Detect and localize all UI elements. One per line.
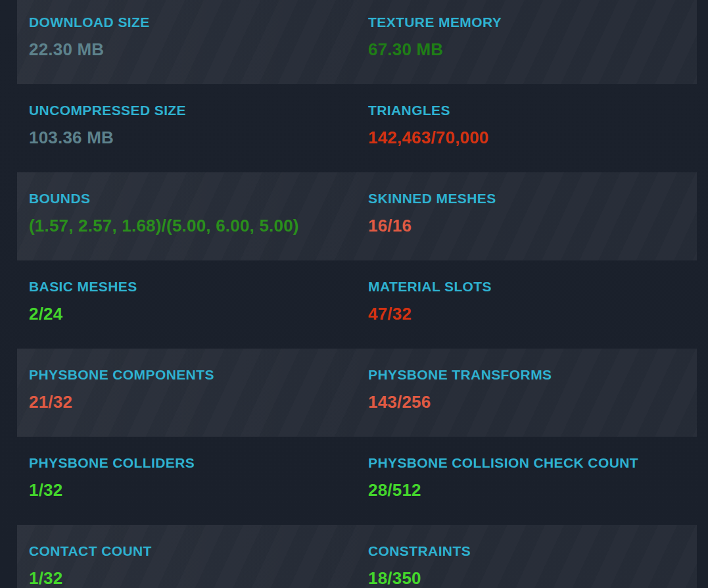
- stat-value: 28/512: [368, 480, 697, 501]
- stat-cell-bounds: BOUNDS (1.57, 2.57, 1.68)/(5.00, 6.00, 5…: [29, 190, 368, 260]
- stat-cell-contact-count: CONTACT COUNT 1/32: [29, 543, 368, 588]
- stat-value: 67.30 MB: [368, 39, 697, 60]
- stat-value: 103.36 MB: [29, 128, 368, 148]
- stat-row-basic-material[interactable]: BASIC MESHES 2/24 MATERIAL SLOTS 47/32: [17, 260, 697, 349]
- stat-row-contact-constraints[interactable]: CONTACT COUNT 1/32 CONSTRAINTS 18/350: [17, 525, 697, 588]
- stat-row-physbone-components-transforms[interactable]: PHYSBONE COMPONENTS 21/32 PHYSBONE TRANS…: [17, 349, 697, 437]
- stat-cell-constraints: CONSTRAINTS 18/350: [368, 543, 697, 588]
- stat-row-physbone-colliders-collision[interactable]: PHYSBONE COLLIDERS 1/32 PHYSBONE COLLISI…: [17, 437, 697, 525]
- stat-value: 21/32: [29, 392, 368, 412]
- stat-cell-download-size: DOWNLOAD SIZE 22.30 MB: [29, 14, 368, 84]
- stat-cell-triangles: TRIANGLES 142,463/70,000: [368, 102, 697, 172]
- stat-label: UNCOMPRESSED SIZE: [29, 102, 368, 119]
- stats-row-list: DOWNLOAD SIZE 22.30 MB TEXTURE MEMORY 67…: [0, 0, 708, 588]
- stat-value: 18/350: [368, 568, 697, 588]
- stat-value: 142,463/70,000: [368, 128, 697, 148]
- stat-cell-physbone-collision-check-count: PHYSBONE COLLISION CHECK COUNT 28/512: [368, 454, 697, 525]
- stat-cell-physbone-transforms: PHYSBONE TRANSFORMS 143/256: [368, 366, 697, 437]
- stat-cell-physbone-components: PHYSBONE COMPONENTS 21/32: [29, 366, 368, 437]
- stat-cell-skinned-meshes: SKINNED MESHES 16/16: [368, 190, 697, 260]
- stat-value: 143/256: [368, 392, 697, 412]
- stat-label: TRIANGLES: [368, 102, 697, 119]
- stat-cell-physbone-colliders: PHYSBONE COLLIDERS 1/32: [29, 454, 368, 525]
- stat-label: PHYSBONE COLLIDERS: [29, 454, 368, 472]
- stat-label: CONTACT COUNT: [29, 543, 368, 560]
- stat-cell-uncompressed-size: UNCOMPRESSED SIZE 103.36 MB: [29, 102, 368, 172]
- stat-label: PHYSBONE COMPONENTS: [29, 366, 368, 383]
- stat-value: 47/32: [368, 304, 697, 324]
- stat-value: 2/24: [29, 304, 368, 324]
- stat-row-download-texture[interactable]: DOWNLOAD SIZE 22.30 MB TEXTURE MEMORY 67…: [17, 0, 697, 84]
- stat-label: SKINNED MESHES: [368, 190, 697, 207]
- stat-label: CONSTRAINTS: [368, 543, 697, 560]
- stat-row-bounds-skinned[interactable]: BOUNDS (1.57, 2.57, 1.68)/(5.00, 6.00, 5…: [17, 172, 697, 260]
- stat-value: 1/32: [29, 568, 368, 588]
- avatar-performance-stats-panel: DOWNLOAD SIZE 22.30 MB TEXTURE MEMORY 67…: [0, 0, 708, 588]
- stat-value: 22.30 MB: [29, 39, 368, 60]
- stat-value: 1/32: [29, 480, 368, 501]
- stat-label: PHYSBONE COLLISION CHECK COUNT: [368, 454, 697, 472]
- stat-cell-basic-meshes: BASIC MESHES 2/24: [29, 278, 368, 349]
- stat-label: BOUNDS: [29, 190, 368, 207]
- stat-label: DOWNLOAD SIZE: [29, 14, 368, 31]
- stat-cell-texture-memory: TEXTURE MEMORY 67.30 MB: [368, 14, 697, 84]
- stat-cell-material-slots: MATERIAL SLOTS 47/32: [368, 278, 697, 349]
- stat-value: (1.57, 2.57, 1.68)/(5.00, 6.00, 5.00): [29, 216, 368, 236]
- stat-label: MATERIAL SLOTS: [368, 278, 697, 295]
- stat-row-uncompressed-triangles[interactable]: UNCOMPRESSED SIZE 103.36 MB TRIANGLES 14…: [17, 84, 697, 172]
- stat-label: BASIC MESHES: [29, 278, 368, 295]
- stat-value: 16/16: [368, 216, 697, 236]
- stat-label: PHYSBONE TRANSFORMS: [368, 366, 697, 383]
- stat-label: TEXTURE MEMORY: [368, 14, 697, 31]
